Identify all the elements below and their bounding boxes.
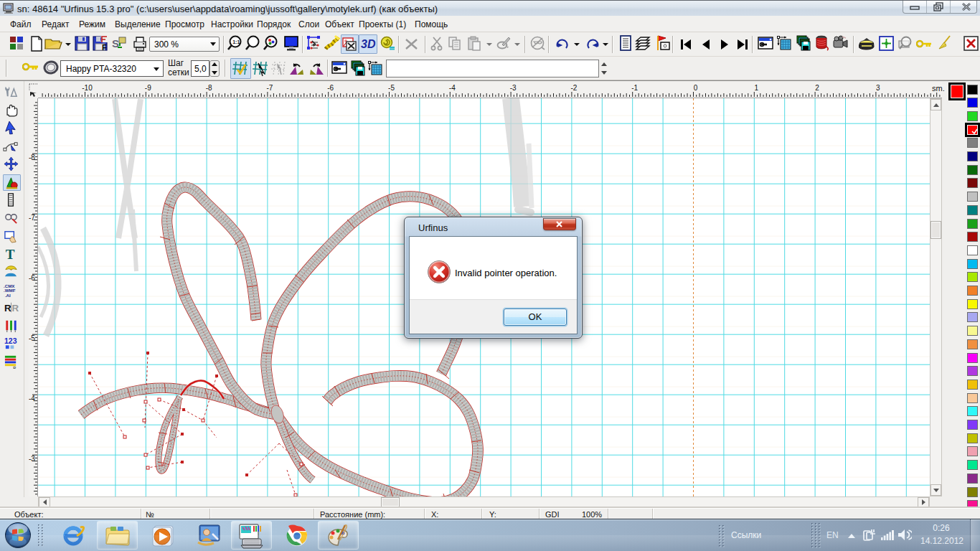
svg-text:-6: -6 (327, 84, 334, 92)
svg-text:3: 3 (876, 84, 880, 92)
svg-text:R: R (13, 366, 16, 369)
svg-text:1:1: 1:1 (232, 39, 240, 44)
svg-text:-5: -5 (388, 84, 395, 92)
svg-text:-5: -5 (29, 334, 35, 342)
svg-text:-6: -6 (29, 274, 35, 282)
svg-text:-3: -3 (510, 84, 517, 92)
svg-text:0: 0 (694, 84, 698, 92)
svg-text:-4: -4 (29, 395, 35, 402)
svg-text:-10: -10 (82, 84, 93, 92)
svg-text:-2: -2 (570, 84, 577, 92)
svg-text:.AI: .AI (5, 293, 11, 297)
svg-text:3D: 3D (361, 38, 376, 50)
svg-text:R: R (4, 303, 11, 314)
svg-text:F: F (102, 43, 107, 52)
svg-text:123: 123 (4, 336, 17, 345)
svg-text:-3: -3 (29, 455, 35, 463)
svg-text:-7: -7 (29, 214, 35, 222)
svg-text:-8: -8 (29, 154, 35, 161)
svg-text:-8: -8 (206, 84, 212, 92)
svg-text:2: 2 (815, 84, 819, 92)
svg-text:T: T (6, 247, 15, 261)
svg-text:1: 1 (755, 84, 759, 92)
svg-text:-9: -9 (145, 84, 151, 92)
svg-text:R: R (11, 303, 19, 314)
svg-text:-1: -1 (631, 84, 638, 92)
svg-text:-7: -7 (266, 84, 273, 92)
svg-text:-4: -4 (449, 84, 456, 92)
